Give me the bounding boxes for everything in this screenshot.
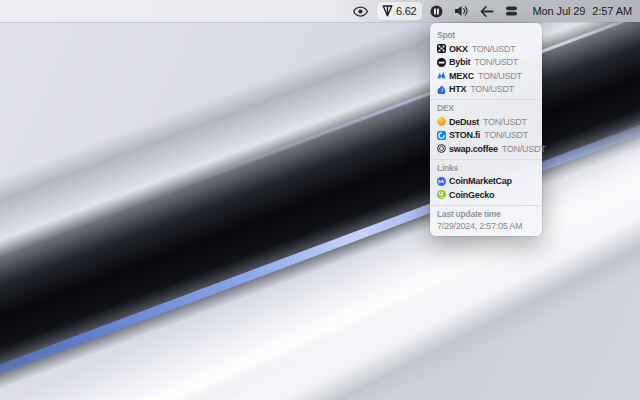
stonfi-logo-icon [437,131,446,140]
pair-label: TON/USDT [472,44,516,54]
menubar-back-arrow-item[interactable] [478,2,496,20]
pair-label: TON/USDT [474,57,518,67]
ton-price-widget[interactable]: 6.62 [377,2,422,20]
exchange-name: STON.fi [449,130,480,140]
last-update-title: Last update time [437,209,535,219]
desktop: 6.62 [0,0,640,400]
menu-item-stonfi[interactable]: STON.fi TON/USDT [437,129,535,143]
last-update-timestamp: 7/29/2024, 2:57:05 AM [437,221,535,231]
coinmarketcap-logo-icon [437,177,446,186]
exchange-name: Bybit [449,57,470,67]
pair-label: TON/USDT [470,84,514,94]
exchange-name: HTX [449,84,466,94]
section-last-update: Last update time 7/29/2024, 2:57:05 AM [430,209,542,231]
swapcoffee-logo-icon [437,144,446,153]
menu-bar: 6.62 [0,0,640,22]
pair-label: TON/USDT [484,130,528,140]
coingecko-logo-icon [437,190,446,199]
ton-price-value: 6.62 [396,5,417,17]
menu-item-htx[interactable]: HTX TON/USDT [437,83,535,97]
menubar-volume-item[interactable] [452,2,471,20]
eye-icon [353,6,368,17]
menu-item-coingecko[interactable]: CoinGecko [437,188,535,202]
section-title: Links [437,163,535,173]
volume-icon [454,5,469,17]
exchange-name: swap.coffee [449,144,498,154]
mexc-logo-icon [437,71,446,80]
section-title: DEX [437,103,535,113]
pair-label: TON/USDT [502,144,546,154]
separator [430,159,542,160]
section-dex: DEX DeDust TON/USDT STON.fi [430,103,542,156]
menubar-clock[interactable]: Mon Jul 29 2:57 AM [533,5,632,17]
section-spot: Spot OKX TON/USDT Bybit [430,30,542,96]
clock-time: 2:57 AM [592,5,632,17]
menu-item-dedust[interactable]: DeDust TON/USDT [437,115,535,129]
separator [430,205,542,206]
section-title: Spot [437,30,535,40]
back-arrow-icon [480,6,494,17]
menubar-pause-item[interactable] [428,2,445,20]
menu-item-bybit[interactable]: Bybit TON/USDT [437,56,535,70]
menubar-toggles-item[interactable] [503,2,520,20]
pair-label: TON/USDT [478,71,522,81]
bybit-logo-icon [437,58,446,67]
htx-logo-icon [437,85,446,94]
clock-date: Mon Jul 29 [533,5,586,17]
link-name: CoinMarketCap [449,176,512,186]
okx-logo-icon [437,44,446,53]
section-links: Links CoinMarketCap CoinGecko [430,163,542,202]
exchange-name: OKX [449,44,468,54]
menu-item-coinmarketcap[interactable]: CoinMarketCap [437,175,535,189]
pause-circle-icon [430,5,443,18]
menu-item-swapcoffee[interactable]: swap.coffee TON/USDT [437,142,535,156]
separator [430,99,542,100]
exchange-name: MEXC [449,71,474,81]
dedust-logo-icon [437,117,446,126]
ton-shield-icon [382,5,393,17]
menu-item-mexc[interactable]: MEXC TON/USDT [437,69,535,83]
stacked-toggles-icon [505,5,518,17]
exchange-name: DeDust [449,117,479,127]
menubar-eye-item[interactable] [351,2,370,20]
link-name: CoinGecko [449,190,494,200]
menu-item-okx[interactable]: OKX TON/USDT [437,42,535,56]
ton-widget-dropdown: Spot OKX TON/USDT Bybit [430,23,542,236]
pair-label: TON/USDT [483,117,527,127]
